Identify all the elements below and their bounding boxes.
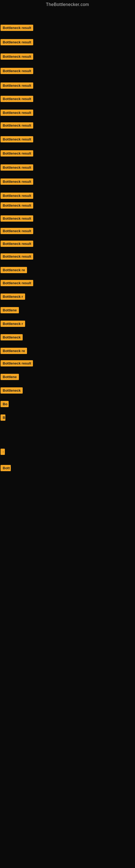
bottleneck-result-item[interactable]: Bott (1, 465, 11, 472)
bottleneck-result-item[interactable]: Bottleneck result (1, 203, 33, 210)
bottleneck-result-item[interactable]: Bottleneck result (1, 83, 33, 90)
bottleneck-result-item[interactable]: Bottleneck result (1, 150, 33, 158)
bottleneck-label: Bottleneck result (1, 83, 33, 89)
bottleneck-result-item[interactable]: Bottleneck result (1, 54, 33, 61)
bottleneck-label: · (1, 448, 5, 455)
bottleneck-label: Bottleneck result (1, 164, 33, 170)
bottleneck-label: Bottleneck result (1, 215, 33, 222)
bottleneck-result-item[interactable]: Bottleneck result (1, 96, 33, 103)
bottleneck-result-item[interactable]: Bottleneck r (1, 293, 25, 301)
bottleneck-result-item[interactable]: Bottleneck result (1, 280, 33, 287)
bottleneck-result-item[interactable]: Bottleneck result (1, 241, 33, 248)
bottleneck-label: Bottleneck result (1, 39, 33, 45)
bottleneck-result-item[interactable]: Bottleneck result (1, 215, 33, 223)
bottleneck-label: Bottleneck result (1, 241, 33, 247)
bottleneck-label: Bottleneck result (1, 150, 33, 156)
bottleneck-label: B (1, 414, 5, 421)
bottleneck-result-item[interactable]: Bo (1, 401, 9, 408)
bottleneck-result-item[interactable]: Bottleneck result (1, 253, 33, 261)
site-title: TheBottlenecker.com (0, 0, 135, 9)
bottleneck-label: Bottleneck result (1, 110, 33, 116)
bottleneck-label: Bottleneck r (1, 293, 25, 300)
bottleneck-result-item[interactable]: Bottleneck result (1, 39, 33, 46)
bottleneck-result-item[interactable]: Bottleneck (1, 388, 23, 395)
bottleneck-result-item[interactable]: Bottleneck result (1, 122, 33, 130)
bottleneck-label: Bottleneck result (1, 54, 33, 60)
bottleneck-label: Bott (1, 465, 11, 471)
bottleneck-label: Bottleneck result (1, 360, 33, 367)
bottleneck-result-item[interactable]: Bottleneck re (1, 348, 27, 355)
bottleneck-label: Bottleneck result (1, 228, 33, 234)
bottleneck-result-item[interactable]: Bottleneck result (1, 228, 33, 235)
bottleneck-result-item[interactable]: B (1, 414, 5, 422)
bottleneck-result-item[interactable]: Bottleneck re (1, 267, 27, 274)
bottleneck-label: Bottleneck result (1, 280, 33, 286)
bottleneck-label: Bottleneck result (1, 193, 33, 199)
bottleneck-result-item[interactable]: Bottleneck (1, 334, 23, 341)
bottleneck-label: Bottleneck result (1, 136, 33, 143)
bottleneck-result-item[interactable]: Bottleneck result (1, 136, 33, 144)
bottleneck-label: Bottleneck (1, 388, 23, 394)
bottleneck-result-item[interactable]: Bottleneck result (1, 164, 33, 172)
bottleneck-result-item[interactable]: Bottleneck result (1, 179, 33, 186)
bottleneck-result-item[interactable]: Bottleneck result (1, 110, 33, 117)
bottleneck-label: Bottleneck result (1, 68, 33, 74)
bottleneck-label: Bottleneck result (1, 203, 33, 209)
bottleneck-label: Bottleneck result (1, 179, 33, 185)
bottleneck-result-item[interactable]: Bottleneck result (1, 193, 33, 200)
bottleneck-result-item[interactable]: Bottleneck result (1, 68, 33, 75)
bottleneck-label: Bo (1, 401, 9, 407)
bottleneck-label: Bottlene (1, 307, 19, 313)
bottleneck-label: Bottleneck result (1, 253, 33, 259)
bottleneck-label: Bottlene (1, 374, 19, 380)
bottleneck-result-item[interactable]: Bottleneck r (1, 321, 25, 328)
bottleneck-label: Bottleneck re (1, 267, 27, 273)
bottleneck-result-item[interactable]: Bottlene (1, 307, 19, 314)
bottleneck-result-item[interactable]: Bottleneck result (1, 360, 33, 368)
bottleneck-label: Bottleneck re (1, 348, 27, 354)
bottleneck-result-item[interactable]: Bottleneck result (1, 25, 33, 32)
bottleneck-label: Bottleneck result (1, 122, 33, 129)
bottleneck-label: Bottleneck r (1, 321, 25, 327)
bottleneck-result-item[interactable]: Bottlene (1, 374, 19, 381)
bottleneck-label: Bottleneck (1, 334, 23, 340)
bottleneck-label: Bottleneck result (1, 96, 33, 102)
bottleneck-label: Bottleneck result (1, 25, 33, 31)
bottleneck-result-item[interactable]: · (1, 448, 5, 456)
